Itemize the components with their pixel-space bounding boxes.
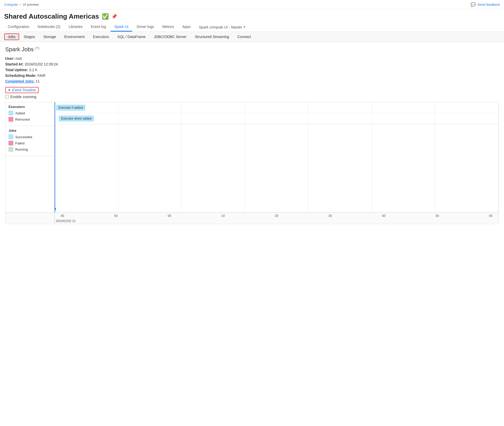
executors-legend-title: Executors [9, 105, 51, 109]
uptime-label: Total Uptime: [5, 68, 28, 72]
started-at-info: Started At: 2024/01/02 12:39:24 [5, 62, 499, 66]
axis-tick-5: 30 [322, 214, 338, 218]
legend-added-label: Added [15, 111, 25, 115]
started-value: 2024/01/02 12:39:24 [25, 62, 58, 66]
spark-nav-storage[interactable]: Storage [40, 33, 60, 40]
timeline-content: Executor 0 added Executor driver added [55, 102, 499, 212]
legend-running-label: Running [15, 148, 28, 151]
legend-running-color [9, 147, 13, 152]
axis-tick-6: 40 [376, 214, 392, 218]
help-tooltip-icon[interactable]: (?) [35, 46, 39, 50]
user-value: root [16, 56, 22, 61]
nav-tab-notebooks[interactable]: Notebooks (2) [34, 23, 64, 32]
spark-nav-jobs[interactable]: Jobs [4, 33, 19, 40]
page-header: Shared Autoscaling Americas ✅ 📌 [0, 9, 504, 23]
enable-zooming-row: Enable zooming [5, 95, 499, 99]
nav-tab-apps[interactable]: Apps [179, 23, 194, 32]
feedback-label: Send feedback [477, 3, 500, 6]
axis-tick-2: 00 [162, 214, 177, 218]
legend-failed: Failed [9, 141, 51, 145]
nav-tab-configuration[interactable]: Configuration [4, 23, 33, 32]
executor-row-0: Executor 0 added [55, 102, 499, 113]
spark-nav-executors[interactable]: Executors [89, 33, 113, 40]
user-info: User: root [5, 56, 499, 61]
breadcrumb-compute[interactable]: Compute [4, 3, 18, 6]
status-icon: ✅ [102, 13, 109, 20]
spark-compute-ui-dropdown[interactable]: Spark compute UI - Master ▼ [195, 23, 249, 31]
spark-nav-connect[interactable]: Connect [234, 33, 255, 40]
executors-legend-section: Executors Added Removed [5, 102, 54, 126]
axis-ticks: 40 50 00 10 20 30 40 50 00 [55, 212, 499, 219]
executor-0-badge: Executor 0 added [56, 105, 85, 111]
pin-icon[interactable]: 📌 [111, 14, 117, 19]
nav-tab-libraries[interactable]: Libraries [65, 23, 86, 32]
axis-tick-7: 50 [429, 214, 445, 218]
jobs-grid-line-2 [118, 124, 118, 212]
enable-zooming-label: Enable zooming [10, 95, 36, 99]
jobs-timeline-vertical-line [55, 124, 55, 212]
legend-succeeded-color [9, 135, 13, 139]
axis-ticks-area: 40 50 00 10 20 30 40 50 00 2024/01/02 12 [55, 212, 499, 224]
primary-nav: Configuration Notebooks (2) Libraries Ev… [0, 23, 504, 32]
axis-spacer [5, 212, 55, 224]
executor-row-driver: Executor driver added [55, 113, 499, 124]
event-timeline-section: ▼ Event Timeline Enable zooming [5, 87, 499, 99]
nav-tab-event-log[interactable]: Event log [87, 23, 110, 32]
spark-nav-jdbc-odbc[interactable]: JDBC/ODBC Server [150, 33, 190, 40]
nav-tab-spark-ui[interactable]: Spark UI [111, 23, 132, 32]
axis-tick-4: 20 [269, 214, 284, 218]
legend-failed-label: Failed [15, 141, 24, 145]
legend-succeeded: Succeeded [9, 135, 51, 139]
spark-nav-environment[interactable]: Environment [61, 33, 88, 40]
send-feedback-link[interactable]: 💬 Send feedback [471, 2, 500, 7]
timeline-dot [55, 208, 56, 210]
user-label: User: [5, 56, 15, 61]
jobs-legend-title: Jobs [9, 129, 51, 133]
spark-nav-structured-streaming[interactable]: Structured Streaming [191, 33, 233, 40]
uptime-info: Total Uptime: 3.1 h [5, 68, 499, 72]
jobs-grid-line-7 [435, 124, 435, 212]
timeline-legend: Executors Added Removed Jobs Suc [5, 102, 55, 212]
legend-running: Running [9, 147, 51, 152]
page-title: Shared Autoscaling Americas [4, 12, 99, 20]
started-label: Started At: [5, 62, 24, 66]
jobs-grid-line-6 [372, 124, 372, 212]
spark-jobs-section: Spark Jobs (?) [5, 46, 499, 53]
scheduling-label: Scheduling Mode: [5, 74, 37, 78]
executor-driver-badge: Executor driver added [59, 116, 94, 121]
legend-removed: Removed [9, 117, 51, 122]
completed-jobs-count-value: 11 [35, 79, 40, 83]
secondary-nav: Jobs Stages Storage Environment Executor… [0, 32, 504, 42]
jobs-grid-line-4 [245, 124, 245, 212]
legend-added: Added [9, 111, 51, 115]
breadcrumb-separator: > [19, 3, 21, 6]
enable-zooming-checkbox[interactable] [5, 95, 9, 99]
uptime-value: 3.1 h [29, 68, 37, 72]
event-timeline-toggle[interactable]: ▼ Event Timeline [5, 87, 39, 93]
spark-jobs-title: Spark Jobs (?) [5, 46, 39, 53]
axis-tick-0: 40 [55, 214, 70, 218]
feedback-icon: 💬 [471, 2, 476, 7]
timeline-grid: Executors Added Removed Jobs Suc [5, 102, 499, 212]
spark-compute-ui-label: Spark compute UI - Master [199, 25, 242, 29]
nav-tab-metrics[interactable]: Metrics [159, 23, 178, 32]
nav-tab-driver-logs[interactable]: Driver logs [133, 23, 158, 32]
spark-nav-stages[interactable]: Stages [20, 33, 39, 40]
completed-jobs-link[interactable]: Completed Jobs: [5, 79, 35, 83]
legend-removed-label: Removed [15, 117, 30, 121]
spark-nav-sql-dataframe[interactable]: SQL / DataFrame [114, 33, 149, 40]
breadcrumb-bar: Compute > UI preview 💬 Send feedback [0, 0, 504, 9]
timeline-chart: Executors Added Removed Jobs Suc [5, 102, 499, 224]
timeline-axis: 40 50 00 10 20 30 40 50 00 2024/01/02 12 [5, 212, 499, 224]
legend-succeeded-label: Succeeded [15, 135, 32, 139]
completed-jobs-info: Completed Jobs: 11 [5, 79, 499, 83]
content-area: Spark Jobs (?) User: root Started At: 20… [0, 42, 504, 228]
legend-removed-color [9, 117, 13, 122]
jobs-rows [55, 124, 499, 212]
axis-tick-1: 50 [108, 214, 124, 218]
axis-tick-8: 00 [483, 214, 499, 218]
event-timeline-caret-icon: ▼ [8, 89, 11, 92]
dropdown-caret-icon: ▼ [243, 26, 246, 28]
axis-date-label: 2024/01/02 12 [55, 219, 499, 224]
scheduling-mode-info: Scheduling Mode: FAIR [5, 74, 499, 78]
